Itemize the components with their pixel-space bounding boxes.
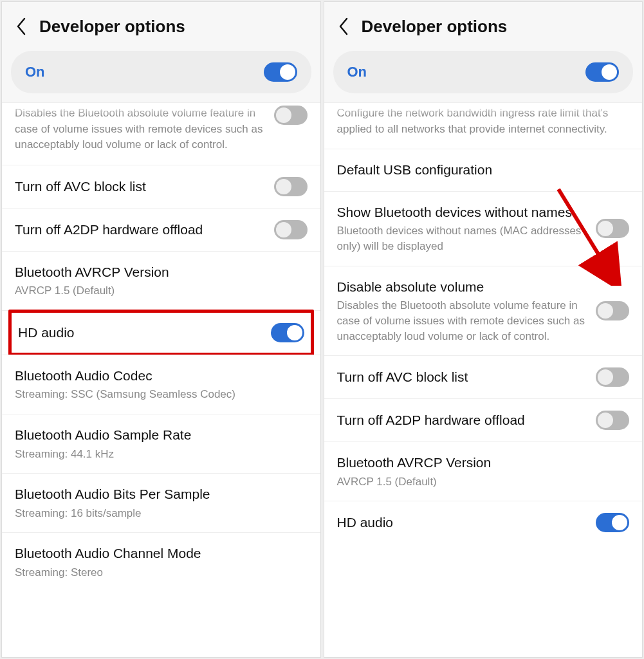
list-item[interactable]: Turn off A2DP hardware offload bbox=[2, 209, 320, 252]
master-toggle-strip[interactable]: On bbox=[11, 51, 311, 93]
chevron-left-icon bbox=[338, 17, 349, 35]
header: Developer options bbox=[324, 2, 643, 51]
list-item-hd-audio[interactable]: HD audio bbox=[12, 313, 311, 353]
item-primary: Turn off AVC block list bbox=[337, 368, 587, 386]
list-item[interactable]: Bluetooth Audio Codec Streaming: SSC (Sa… bbox=[2, 355, 320, 414]
master-toggle-strip[interactable]: On bbox=[333, 51, 634, 93]
master-toggle-label: On bbox=[347, 64, 367, 80]
list-item[interactable]: Bluetooth AVRCP Version AVRCP 1.5 (Defau… bbox=[324, 442, 643, 501]
list-item-disable-absolute-volume[interactable]: Disable absolute volume Disables the Blu… bbox=[324, 266, 643, 357]
chevron-left-icon bbox=[15, 17, 27, 35]
item-primary: HD audio bbox=[18, 324, 262, 342]
item-primary: Turn off A2DP hardware offload bbox=[15, 221, 265, 239]
page-title: Developer options bbox=[39, 17, 185, 37]
master-toggle-label: On bbox=[25, 64, 45, 80]
item-secondary: Streaming: Stereo bbox=[15, 565, 308, 580]
item-primary: Bluetooth Audio Codec bbox=[15, 367, 308, 385]
list-item[interactable]: Bluetooth Audio Channel Mode Streaming: … bbox=[2, 533, 320, 591]
list-item-hd-audio[interactable]: HD audio bbox=[324, 501, 643, 544]
list-item[interactable]: Default USB configuration bbox=[324, 149, 643, 191]
item-partial[interactable]: Disables the Bluetooth absolute volume f… bbox=[2, 103, 320, 165]
settings-list[interactable]: Disables the Bluetooth absolute volume f… bbox=[2, 102, 320, 657]
item-secondary: Streaming: SSC (Samsung Seamless Codec) bbox=[15, 387, 308, 402]
back-button[interactable] bbox=[8, 14, 34, 39]
item-secondary: Streaming: 16 bits/sample bbox=[15, 506, 308, 521]
item-partial-text: Configure the network bandwidth ingress … bbox=[337, 106, 630, 137]
list-item[interactable]: Bluetooth Audio Sample Rate Streaming: 4… bbox=[2, 414, 320, 474]
item-primary: Bluetooth Audio Channel Mode bbox=[15, 544, 308, 562]
item-partial-toggle[interactable] bbox=[274, 106, 308, 125]
item-partial-text: Disables the Bluetooth absolute volume f… bbox=[15, 106, 265, 153]
list-item[interactable]: Turn off AVC block list bbox=[2, 165, 320, 209]
item-toggle[interactable] bbox=[271, 323, 304, 342]
item-primary: Bluetooth AVRCP Version bbox=[15, 263, 308, 281]
right-screenshot: Developer options On Configure the netwo… bbox=[324, 1, 643, 658]
item-toggle[interactable] bbox=[596, 367, 629, 387]
item-secondary: Bluetooth devices without names (MAC add… bbox=[337, 223, 587, 254]
item-primary: Disable absolute volume bbox=[337, 278, 587, 296]
item-primary: Show Bluetooth devices without names bbox=[337, 203, 587, 221]
item-primary: Bluetooth Audio Bits Per Sample bbox=[15, 485, 308, 503]
item-primary: Turn off A2DP hardware offload bbox=[337, 411, 587, 429]
back-button[interactable] bbox=[331, 14, 356, 39]
page-title: Developer options bbox=[362, 17, 508, 37]
list-item[interactable]: Show Bluetooth devices without names Blu… bbox=[324, 192, 643, 266]
item-secondary: Streaming: 44.1 kHz bbox=[15, 447, 308, 462]
item-toggle[interactable] bbox=[274, 220, 308, 239]
item-toggle[interactable] bbox=[274, 177, 308, 196]
master-toggle[interactable] bbox=[585, 62, 619, 82]
item-partial[interactable]: Configure the network bandwidth ingress … bbox=[324, 103, 643, 149]
item-toggle[interactable] bbox=[596, 301, 629, 320]
list-item[interactable]: Bluetooth AVRCP Version AVRCP 1.5 (Defau… bbox=[2, 252, 320, 311]
list-item[interactable]: Turn off A2DP hardware offload bbox=[324, 399, 643, 442]
item-primary: Turn off AVC block list bbox=[15, 178, 265, 196]
item-toggle[interactable] bbox=[596, 513, 629, 532]
item-primary: HD audio bbox=[337, 514, 587, 532]
highlight-annotation: HD audio bbox=[8, 310, 314, 356]
left-screenshot: Developer options On Disables the Blueto… bbox=[1, 1, 321, 658]
header: Developer options bbox=[2, 2, 320, 51]
item-toggle[interactable] bbox=[596, 219, 629, 238]
master-toggle[interactable] bbox=[264, 62, 297, 82]
item-secondary: AVRCP 1.5 (Default) bbox=[337, 474, 630, 490]
item-primary: Bluetooth AVRCP Version bbox=[337, 454, 630, 472]
item-toggle[interactable] bbox=[596, 411, 629, 430]
settings-list[interactable]: Configure the network bandwidth ingress … bbox=[324, 102, 643, 657]
item-primary: Default USB configuration bbox=[337, 161, 630, 179]
item-secondary: Disables the Bluetooth absolute volume f… bbox=[337, 298, 587, 344]
item-primary: Bluetooth Audio Sample Rate bbox=[15, 426, 308, 444]
list-item[interactable]: Bluetooth Audio Bits Per Sample Streamin… bbox=[2, 474, 320, 533]
item-secondary: AVRCP 1.5 (Default) bbox=[15, 283, 308, 299]
list-item[interactable]: Turn off AVC block list bbox=[324, 356, 643, 399]
